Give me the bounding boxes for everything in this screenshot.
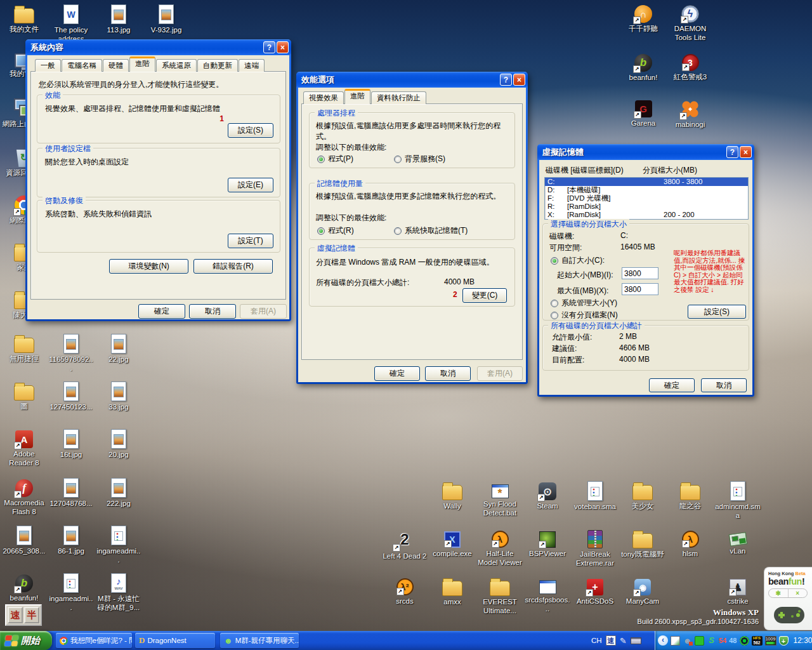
tab-computer-name[interactable]: 電腦名稱: [62, 59, 102, 72]
change-button[interactable]: 變更(C): [462, 288, 507, 303]
desktop-icon-16tjpg[interactable]: 16t.jpg: [48, 428, 94, 460]
desktop-icon-hlmv[interactable]: λHalf-Life Model Viewer: [477, 529, 523, 567]
max-size-input[interactable]: [622, 283, 658, 295]
virtual-memory-titlebar[interactable]: 虛擬記憶體 ? ×: [537, 144, 754, 160]
close-button[interactable]: ×: [277, 41, 289, 53]
desktop-icon-20665[interactable]: 20665_308...: [1, 525, 47, 556]
desktop-icon-anticsdos[interactable]: +AntiCSDoS: [572, 576, 618, 606]
desktop-icon-v932jpg[interactable]: V-932.jpg: [143, 4, 189, 35]
taskbar-item-mgroup-chat[interactable]: ☻ M群-親仔專用聊天...: [220, 633, 299, 648]
desktop-icon-steam[interactable]: ⊙Steam: [525, 481, 570, 511]
tray-green-status-icon[interactable]: [695, 636, 704, 646]
desktop-icon-synflood[interactable]: *Syn Flood Detect.bat: [477, 481, 523, 517]
desktop-icon-l4d2[interactable]: 2Left 4 Dead 2: [382, 529, 428, 561]
tray-app-icon[interactable]: [671, 636, 680, 646]
desktop-icon-ingameadmin-2[interactable]: ingameadmi...: [48, 573, 94, 612]
ime-toolbar[interactable]: 速 半: [5, 604, 42, 626]
error-reporting-button[interactable]: 錯誤報告(R): [193, 259, 273, 274]
radio-no-paging-file[interactable]: 沒有分頁檔案(N): [551, 310, 618, 321]
desktop-icon-mabinogi[interactable]: mabinogi: [667, 98, 713, 129]
desktop-icon-ingameadmin-1[interactable]: ingameadmi...: [96, 525, 141, 564]
tray-messenger-offline-icon[interactable]: ☻: [683, 636, 692, 646]
set-button[interactable]: 設定(S): [688, 305, 746, 319]
desktop-icon-policy-address[interactable]: WThe policy address: [48, 4, 94, 43]
help-button[interactable]: ?: [500, 74, 512, 86]
help-button[interactable]: ?: [726, 146, 738, 158]
desktop-icon-hlsm[interactable]: λhlsm: [667, 529, 713, 559]
desktop-icon-srcdsfps[interactable]: srcdsfpsboos...: [525, 576, 570, 613]
desktop-icon-dragon-valley[interactable]: 龍之谷: [667, 481, 713, 511]
hide-icons-chevron[interactable]: ‹: [658, 635, 668, 646]
beanfun-widget[interactable]: Hong Kong Beta beanfun! ✱ ×: [764, 567, 812, 630]
drive-row-x[interactable]: X:[RamDisk]200 - 200: [545, 211, 748, 219]
desktop-icon-20jpg[interactable]: 20.jpg: [96, 428, 141, 460]
desktop-icon-compile[interactable]: Xcompile.exe: [429, 529, 475, 559]
cancel-button[interactable]: 取消: [425, 366, 471, 381]
tray-hfs-icon[interactable]: HFS562: [752, 636, 763, 646]
desktop-icon-1165978092[interactable]: 1165978092...: [48, 333, 94, 373]
taskbar-item-chrome[interactable]: 我想問e個咩泥? - 問...: [56, 633, 132, 648]
language-indicator[interactable]: CH: [591, 637, 602, 644]
ok-button[interactable]: 確定: [374, 366, 420, 381]
environment-variables-button[interactable]: 環境變數(N): [109, 259, 188, 274]
tab-advanced[interactable]: 進階: [344, 89, 370, 104]
desktop-icon-127048768[interactable]: 127048768...: [48, 477, 94, 508]
taskbar-clock[interactable]: 12:30: [794, 636, 812, 645]
desktop-icon-srcds[interactable]: λ²srcds: [382, 576, 428, 606]
desktop-icon-222jpg[interactable]: 222.jpg: [96, 477, 141, 508]
desktop-icon-127450123[interactable]: 127450123...: [48, 381, 94, 412]
desktop-icon-cstrike[interactable]: ♟cstrike: [715, 576, 761, 606]
ime-shape-key[interactable]: 半: [24, 607, 39, 623]
tab-remote[interactable]: 遠端: [239, 59, 265, 72]
tray-antivirus-shield-icon[interactable]: +: [779, 636, 789, 646]
close-button[interactable]: ×: [513, 74, 525, 86]
beanfun-close-icon[interactable]: ×: [789, 589, 808, 597]
startup-settings-button[interactable]: 設定(T): [228, 234, 273, 248]
desktop-icon-voteban[interactable]: voteban.sma: [572, 481, 618, 512]
desktop-icon-adobe-reader[interactable]: AAdobe Reader 8: [1, 428, 47, 467]
pen-tool-icon[interactable]: ✎: [620, 636, 627, 646]
tab-system-restore[interactable]: 系統還原: [156, 59, 197, 72]
cancel-button[interactable]: 取消: [701, 378, 747, 392]
desktop-icon-admincmd[interactable]: admincmd.sma: [715, 481, 761, 520]
desktop-icon-garena[interactable]: GGarena: [620, 98, 666, 128]
desktop-icon-33jpg[interactable]: 33.jpg: [96, 381, 141, 412]
desktop-icon-jailbreak-rar[interactable]: JailBreak Extreme.rar: [572, 529, 618, 567]
tab-general[interactable]: 一般: [35, 59, 61, 72]
desktop-icon-daemon-tools[interactable]: ϟDAEMON Tools Lite: [667, 3, 713, 42]
keyboard-icon[interactable]: [631, 637, 641, 644]
desktop-icon-beanfun-2[interactable]: bbeanfun!: [620, 52, 666, 83]
desktop-icon-amxx[interactable]: amxx: [429, 576, 475, 607]
drive-row-f[interactable]: F:[DVD 光碟機]: [545, 194, 748, 202]
desktop-icon-pic-folder[interactable]: 圖: [1, 381, 47, 411]
tray-eye-icon[interactable]: [740, 636, 749, 646]
tab-advanced[interactable]: 進階: [129, 56, 155, 72]
desktop-icon-beauty-folder[interactable]: 美少女: [620, 481, 665, 511]
close-button[interactable]: ×: [740, 146, 752, 158]
desktop-icon-86-1jpg[interactable]: 86-1.jpg: [48, 525, 94, 556]
desktop-icon-flash8[interactable]: fMacromedia Flash 8: [1, 477, 47, 516]
performance-settings-button[interactable]: 設定(S): [228, 123, 273, 138]
cancel-button[interactable]: 取消: [189, 304, 236, 319]
apply-button[interactable]: 套用(A): [240, 304, 287, 319]
drive-row-d[interactable]: D:[本機磁碟]: [545, 186, 748, 194]
drive-row-r[interactable]: R:[RamDisk]: [545, 202, 748, 211]
desktop-icon-wally[interactable]: Wally: [429, 481, 475, 511]
ok-button[interactable]: 確定: [649, 378, 695, 392]
apply-button[interactable]: 套用(A): [477, 366, 523, 381]
desktop-icon-manycam[interactable]: ◉ManyCam: [620, 576, 665, 606]
desktop-icon-bspviewer[interactable]: BSPViewer: [525, 529, 570, 559]
tab-auto-update[interactable]: 自動更新: [197, 59, 238, 72]
start-button[interactable]: 開始: [0, 631, 52, 650]
desktop-icon-tony-folder[interactable]: tony既電腦野: [620, 529, 665, 559]
drive-row-c[interactable]: C:3800 - 3800: [545, 178, 748, 186]
initial-size-input[interactable]: [622, 267, 658, 279]
tray-counter-icon[interactable]: 1009: [765, 636, 776, 646]
beanfun-settings-gear-icon[interactable]: ✱: [769, 589, 789, 597]
tab-dep[interactable]: 資料執行防止: [371, 91, 426, 104]
system-properties-titlebar[interactable]: 系統內容 ? ×: [25, 39, 291, 55]
desktop-icon-ttplayer[interactable]: ∩千千靜聽: [620, 3, 666, 34]
tab-visual-effects[interactable]: 視覺效果: [303, 91, 344, 104]
desktop-icon-red-alert-3[interactable]: 3紅色警戒3: [667, 52, 713, 82]
desktop-icon-useless-shortcuts[interactable]: 無用捷徑: [1, 333, 47, 364]
